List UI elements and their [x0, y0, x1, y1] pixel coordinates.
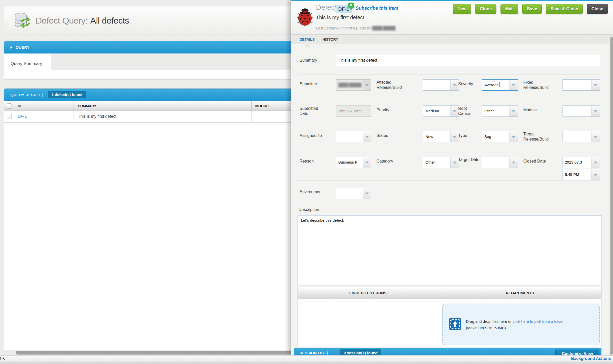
close-button[interactable]: Close	[587, 4, 608, 14]
vertical-scrollbar[interactable]	[609, 37, 613, 355]
category-label: Category	[376, 159, 393, 164]
status-bar: 3.5 Background Actions	[0, 355, 613, 362]
row-checkbox[interactable]	[7, 114, 12, 119]
summary-input[interactable]: This is my first defect	[336, 55, 600, 66]
root-cause-dropdown[interactable]: Other	[482, 105, 518, 117]
reason-label: Reason	[300, 159, 314, 164]
severity-dropdown[interactable]: Average	[482, 79, 518, 91]
type-label: Type	[458, 133, 467, 138]
closed-date-date-dropdown[interactable]: 2023.07.3	[563, 157, 600, 168]
attachment-dropzone[interactable]: Drag and drop files here or click here t…	[442, 304, 600, 345]
dropdown-arrow-icon[interactable]	[450, 131, 459, 142]
dropdown-arrow-icon[interactable]	[509, 80, 518, 90]
dropdown-arrow-icon[interactable]	[509, 131, 518, 142]
defect-detail-panel: Defect DF-1 0 Subscribe this item This i…	[291, 0, 613, 355]
query-panel-title: QUERY	[16, 45, 29, 49]
target-date-dropdown[interactable]	[482, 157, 518, 168]
dropdown-arrow-icon[interactable]	[591, 106, 600, 116]
select-all-checkbox[interactable]	[7, 103, 12, 109]
defect-title: This is my first defect	[316, 15, 364, 20]
module-dropdown[interactable]	[563, 105, 600, 117]
type-dropdown[interactable]: Bug	[482, 131, 518, 142]
linked-test-runs-header: LINKED TEST RUNS	[298, 287, 438, 299]
app-screen: Defect Query:All defects QUERY Query Sum…	[0, 0, 613, 364]
artifact-type-label: Defect	[316, 3, 337, 12]
target-date-label: Target Date	[458, 157, 481, 162]
defect-summary-cell: This is my first defect	[78, 114, 116, 119]
save-button[interactable]: Save	[522, 4, 542, 14]
notification-count-pin[interactable]: 0	[348, 2, 354, 8]
defect-id-link[interactable]: DF-1	[18, 114, 27, 119]
dropdown-arrow-icon[interactable]	[363, 157, 371, 168]
priority-label: Priority	[376, 108, 389, 113]
pick-from-folder-link[interactable]: click here to pick from a folder	[513, 319, 564, 324]
page-title: Defect Query:All defects	[36, 16, 129, 26]
session-list-header: SESSION LIST | 0 session(s) found Custom…	[294, 348, 601, 355]
fixed-release-dropdown[interactable]	[563, 79, 600, 91]
bottom-strip	[0, 362, 613, 364]
closed-date-label: Closed Date	[523, 159, 557, 164]
reason-dropdown[interactable]: Business F	[336, 157, 371, 168]
environment-dropdown[interactable]	[336, 188, 371, 199]
category-dropdown[interactable]: Other	[423, 157, 459, 168]
background-actions-link[interactable]: Background Actions	[571, 356, 611, 361]
affected-release-label: Affected Release/Build	[376, 80, 417, 90]
query-summary-label: Query Summary	[11, 61, 42, 66]
description-textarea[interactable]: Let's describe this defect.	[298, 215, 601, 285]
dropdown-arrow-icon[interactable]	[450, 80, 459, 90]
tab-history[interactable]: HISTORY	[322, 37, 338, 41]
description-label: Description	[299, 207, 319, 212]
defect-query-database-icon	[13, 12, 33, 31]
session-list-title: SESSION LIST |	[300, 351, 328, 355]
dropdown-arrow-icon[interactable]	[509, 106, 518, 116]
fixed-release-label: Fixed Release/Build	[523, 80, 559, 90]
dropdown-arrow-icon[interactable]	[363, 188, 371, 199]
severity-label: Severity	[458, 81, 473, 87]
new-button[interactable]: New	[453, 4, 471, 14]
dropdown-arrow-icon[interactable]	[450, 106, 459, 116]
priority-dropdown[interactable]: Medium	[423, 105, 459, 117]
environment-label: Environment	[300, 189, 323, 195]
dropdown-arrow-icon[interactable]	[363, 131, 371, 142]
mail-button[interactable]: Mail	[500, 4, 518, 14]
dropdown-arrow-icon	[363, 80, 371, 90]
assigned-to-dropdown[interactable]	[336, 131, 371, 142]
root-cause-label: Root Cause	[458, 106, 479, 116]
subscribe-link[interactable]: Subscribe this item	[356, 6, 398, 11]
updated-by-masked-name: ████ █████	[372, 26, 395, 30]
dropdown-arrow-icon[interactable]	[509, 157, 518, 168]
expand-arrow-icon	[11, 46, 14, 49]
toolbar: New Clone Mail Save Save & Close Close	[453, 4, 608, 14]
vertical-scrollbar-thumb[interactable]	[610, 37, 613, 355]
query-result-title: QUERY RESULT |	[11, 93, 43, 97]
target-release-label: Target Release/Build	[523, 132, 559, 142]
page-title-value: All defects	[90, 16, 129, 25]
dropdown-arrow-icon[interactable]	[591, 157, 600, 168]
module-label: Module	[523, 108, 537, 113]
submitted-date-label: Submitted Date	[300, 106, 328, 116]
dropzone-text: Drag and drop files here or click here t…	[466, 318, 564, 331]
affected-release-dropdown[interactable]	[423, 79, 459, 91]
column-header-summary[interactable]: SUMMARY	[78, 104, 96, 108]
text-cursor	[499, 82, 499, 87]
last-updated-text: Last updated 0 minute(s) ago by ████ ███…	[316, 26, 395, 30]
column-header-module[interactable]: MODULE	[255, 104, 271, 108]
customize-view-button[interactable]: Customize View	[555, 349, 599, 355]
save-and-close-button[interactable]: Save & Close	[546, 4, 583, 14]
dropdown-arrow-icon[interactable]	[591, 131, 600, 142]
clone-button[interactable]: Clone	[475, 4, 496, 14]
defect-count-badge: 1 defect(s) found	[48, 91, 86, 98]
version-text: 3.5	[0, 356, 5, 361]
dropdown-arrow-icon[interactable]	[591, 80, 600, 90]
detail-tabbar: DETAILS HISTORY	[291, 35, 613, 44]
session-count-badge: 0 session(s) found	[340, 349, 381, 355]
tab-details[interactable]: DETAILS	[300, 37, 315, 41]
target-release-dropdown[interactable]	[563, 131, 600, 142]
page-title-prefix: Defect Query:	[36, 16, 88, 25]
status-dropdown[interactable]: New	[423, 131, 459, 142]
column-header-id[interactable]: ID	[18, 104, 21, 108]
dropdown-arrow-icon[interactable]	[450, 157, 459, 168]
closed-date-time-dropdown[interactable]: 5:45 PM	[563, 169, 600, 180]
upload-icon	[449, 318, 461, 331]
dropdown-arrow-icon[interactable]	[591, 169, 600, 180]
